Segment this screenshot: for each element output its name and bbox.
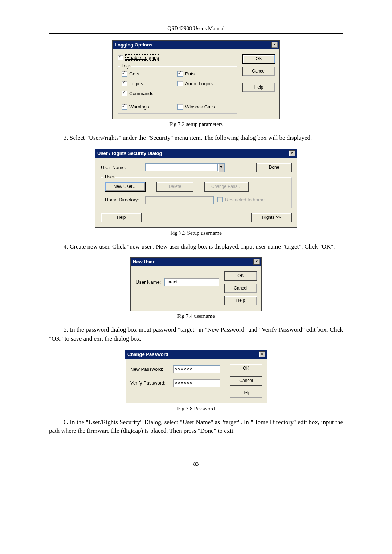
username-combo[interactable]: ▾ — [145, 163, 225, 172]
chevron-down-icon[interactable]: ▾ — [218, 163, 225, 172]
checkbox-icon — [118, 55, 123, 60]
dialog-title: Logging Options — [115, 42, 152, 48]
new-pw-label: New Password: — [130, 366, 170, 372]
username-label: User Name: — [136, 279, 161, 285]
header-rule — [49, 33, 343, 34]
step-4-text: 4. Create new user. Click "new user'. Ne… — [49, 242, 343, 251]
document-page: QSD42908 User's Manual Logging Options ×… — [0, 0, 392, 489]
log-groupbox: Log: Gets Puts Logins Anon. Logins Comma… — [118, 66, 237, 114]
ok-button[interactable]: OK — [230, 364, 262, 373]
ok-button[interactable]: OK — [224, 271, 257, 281]
commands-checkbox[interactable]: Commands — [122, 91, 177, 96]
home-dir-label: Home Directory: — [105, 197, 141, 202]
anon-logins-checkbox[interactable]: Anon. Logins — [177, 81, 233, 86]
groupbox-legend: Log: — [120, 63, 131, 69]
page-header: QSD42908 User's Manual — [49, 25, 343, 32]
step-5-text: 5. In the password dialog box input pass… — [49, 325, 343, 343]
help-button[interactable]: Help — [224, 296, 257, 305]
verify-pw-label: Verify Password: — [130, 380, 170, 386]
done-button[interactable]: Done — [256, 163, 292, 172]
change-pass-button[interactable]: Change Pass… — [204, 182, 249, 192]
close-icon[interactable]: × — [253, 259, 260, 265]
new-user-dialog: New User × User Name: target OK Cancel H… — [130, 257, 262, 311]
rights-button[interactable]: Rights >> — [251, 213, 292, 222]
dialog-title: New User — [133, 259, 154, 264]
figure-caption: Fig 7.3 Setup username — [49, 230, 343, 236]
dialog-title: Change Password — [127, 352, 168, 357]
user-groupbox: User New User… Delete Change Pass… Home … — [101, 177, 292, 208]
cancel-button[interactable]: Cancel — [224, 284, 257, 293]
new-pw-input[interactable]: ×××××× — [173, 365, 220, 373]
help-button[interactable]: Help — [101, 213, 142, 222]
page-number: 83 — [49, 461, 343, 467]
cancel-button[interactable]: Cancel — [242, 67, 275, 76]
dialog-titlebar: Change Password × — [125, 350, 267, 359]
username-input[interactable]: target — [164, 278, 219, 286]
home-dir-input[interactable] — [145, 196, 214, 204]
warnings-checkbox[interactable]: Warnings — [122, 104, 177, 110]
help-button[interactable]: Help — [230, 389, 262, 398]
logging-options-dialog: Logging Options × Enable Logging Log: Ge… — [112, 40, 280, 119]
username-label: User Name: — [101, 165, 141, 170]
step-3-text: 3. Select "Users/rights" under the "Secu… — [49, 134, 343, 143]
new-user-button[interactable]: New User… — [105, 182, 146, 192]
restricted-checkbox[interactable]: Restricted to home — [217, 197, 265, 202]
change-password-dialog: Change Password × New Password: ×××××× V… — [125, 350, 267, 403]
step-6-text: 6. In the "User/Rights Security" Dialog,… — [49, 418, 343, 436]
help-button[interactable]: Help — [242, 83, 275, 92]
gets-checkbox[interactable]: Gets — [122, 71, 177, 77]
verify-pw-input[interactable]: ×××××× — [173, 379, 220, 387]
dialog-titlebar: User / Rights Security Dialog × — [95, 149, 297, 158]
dialog-title: User / Rights Security Dialog — [97, 151, 162, 156]
logins-checkbox[interactable]: Logins — [122, 81, 177, 86]
user-rights-dialog: User / Rights Security Dialog × User Nam… — [95, 149, 297, 228]
dialog-titlebar: Logging Options × — [113, 41, 279, 49]
puts-checkbox[interactable]: Puts — [177, 71, 233, 77]
cancel-button[interactable]: Cancel — [230, 376, 262, 386]
delete-button[interactable]: Delete — [156, 182, 193, 192]
groupbox-legend: User — [103, 175, 115, 180]
figure-caption: Fig 7.4 username — [49, 313, 343, 319]
close-icon[interactable]: × — [289, 150, 295, 156]
close-icon[interactable]: × — [271, 42, 278, 48]
enable-logging-checkbox[interactable]: Enable Logging — [118, 54, 160, 61]
figure-caption: Fig 7.2 setup parameters — [49, 121, 343, 127]
figure-caption: Fig 7.8 Password — [49, 406, 343, 412]
winsock-checkbox[interactable]: Winsock Calls — [177, 104, 233, 110]
close-icon[interactable]: × — [259, 351, 265, 357]
dialog-titlebar: New User × — [131, 258, 261, 266]
ok-button[interactable]: OK — [242, 54, 275, 64]
